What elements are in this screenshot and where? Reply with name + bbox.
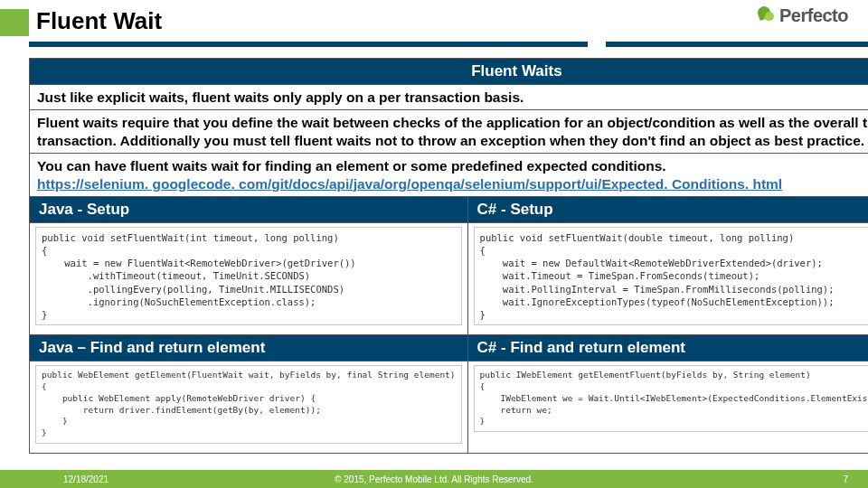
col-header-java-setup: Java - Setup [30, 196, 468, 222]
intro-row-1: Just like explicit waits, fluent waits o… [30, 85, 869, 110]
code-cs-find: public IWebElement getElementFluent(byFi… [474, 365, 868, 432]
intro-row-3-text: You can have fluent waits wait for findi… [37, 158, 666, 174]
section-header: Fluent Waits [30, 59, 869, 85]
header-rule-right [606, 42, 868, 47]
code-cs-setup-cell: public void setFluentWait(double timeout… [467, 222, 868, 334]
slide-title: Fluent Wait [36, 7, 162, 35]
code-java-setup-cell: public void setFluentWait(int timeout, l… [30, 222, 468, 334]
col-header-cs-find: C# - Find and return element [467, 335, 868, 361]
brand-logo: Perfecto [756, 5, 848, 26]
code-java-find: public WebElement getElement(FluentWait … [35, 365, 462, 444]
logo-icon [756, 6, 776, 26]
expected-conditions-link[interactable]: https://selenium. googlecode. com/git/do… [37, 176, 782, 192]
header-rule-left [29, 42, 588, 47]
code-java-setup: public void setFluentWait(int timeout, l… [35, 227, 462, 325]
footer-bar: 12/18/2021 © 2015, Perfecto Mobile Ltd. … [0, 470, 868, 488]
logo-text: Perfecto [779, 5, 848, 26]
accent-block [0, 9, 29, 36]
code-cs-find-cell: public IWebElement getElementFluent(byFi… [467, 361, 868, 454]
footer-page-number: 7 [843, 474, 848, 484]
intro-row-2: Fluent waits require that you define the… [30, 110, 869, 154]
intro-row-3: You can have fluent waits wait for findi… [30, 154, 869, 197]
content-table: Fluent Waits Just like explicit waits, f… [29, 58, 868, 454]
col-header-cs-setup: C# - Setup [467, 196, 868, 222]
footer-copyright: © 2015, Perfecto Mobile Ltd. All Rights … [335, 474, 533, 484]
code-java-find-cell: public WebElement getElement(FluentWait … [30, 361, 468, 454]
code-cs-setup: public void setFluentWait(double timeout… [474, 227, 868, 325]
footer-date: 12/18/2021 [63, 474, 108, 484]
col-header-java-find: Java – Find and return element [30, 335, 468, 361]
